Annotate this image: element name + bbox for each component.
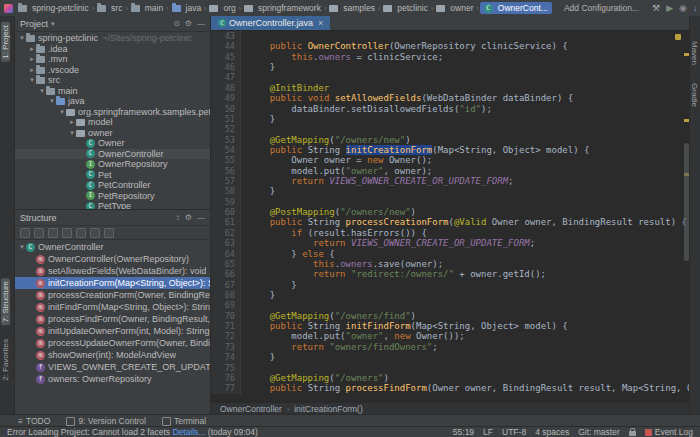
project-tree-row[interactable]: .vscode	[15, 65, 210, 76]
project-tree-row[interactable]: .mvn	[15, 54, 210, 65]
code-line[interactable]: 44 public OwnerController(OwnerRepositor…	[211, 41, 690, 51]
hide-panel-icon[interactable]	[197, 213, 205, 222]
structure-filter-icon[interactable]	[76, 228, 86, 238]
editor-tab-ownercontroller[interactable]: OwnerController.java	[211, 16, 330, 30]
code-line[interactable]: 69	[211, 300, 690, 310]
git-branch[interactable]: Git: master	[578, 427, 620, 437]
structure-filter-icon[interactable]	[20, 228, 30, 238]
breadcrumb-item[interactable]: org	[207, 2, 237, 14]
line-number[interactable]: 49	[211, 93, 241, 103]
gear-icon[interactable]	[185, 19, 192, 28]
structure-filter-icon[interactable]	[62, 228, 72, 238]
code-line[interactable]: 68 }	[211, 290, 690, 300]
structure-tree-row[interactable]: VIEWS_OWNER_CREATE_OR_UPDATE_FORM: Strin…	[15, 361, 210, 373]
line-separator[interactable]: LF	[483, 427, 493, 437]
line-number[interactable]: 68	[211, 290, 241, 300]
chevron-down-icon[interactable]	[51, 19, 55, 28]
code-line[interactable]: 55 Owner owner = new Owner();	[211, 155, 690, 165]
project-tree-row[interactable]: org.springframework.samples.petclinic	[15, 107, 210, 118]
tool-window-button-todo[interactable]: TODO	[18, 416, 50, 426]
collapse-arrow-icon[interactable]	[38, 87, 46, 95]
code-line[interactable]: 63 return VIEWS_OWNER_CREATE_OR_UPDATE_F…	[211, 238, 690, 248]
breadcrumb-item[interactable]: spring-petclinic	[16, 2, 91, 14]
project-tree-row[interactable]: OwnerRepository	[15, 159, 210, 170]
tool-stripe-button-maven[interactable]: Maven	[690, 38, 699, 68]
tool-stripe-button-1-project[interactable]: 1: Project	[1, 22, 10, 62]
expand-arrow-icon[interactable]	[28, 66, 36, 74]
breadcrumb-class[interactable]: OwnerController	[220, 404, 282, 414]
line-number[interactable]: 47	[211, 72, 241, 82]
expand-arrow-icon[interactable]	[28, 55, 36, 63]
code-line[interactable]: 74 }	[211, 352, 690, 362]
collapse-arrow-icon[interactable]	[18, 243, 26, 251]
project-tree-row[interactable]: PetController	[15, 180, 210, 191]
line-number[interactable]: 45	[211, 52, 241, 62]
gear-icon[interactable]	[185, 213, 192, 222]
readonly-lock-icon[interactable]	[629, 431, 636, 436]
project-tree-row[interactable]: model	[15, 117, 210, 128]
project-tree-row[interactable]: .idea	[15, 44, 210, 55]
collapse-arrow-icon[interactable]	[28, 76, 36, 84]
line-number[interactable]: 77	[211, 383, 241, 393]
breadcrumb-item[interactable]: java	[170, 2, 204, 14]
close-tab-icon[interactable]	[318, 18, 323, 28]
code-line[interactable]: 61 public String processCreationForm(@Va…	[211, 217, 690, 227]
structure-filter-icon[interactable]	[90, 228, 100, 238]
structure-tree-row[interactable]: OwnerController(OwnerRepository)	[15, 253, 210, 265]
code-line[interactable]: 54 public String initCreationForm(Map<St…	[211, 145, 690, 155]
caret-position[interactable]: 55:19	[453, 427, 474, 437]
collapse-arrow-icon[interactable]	[48, 97, 56, 105]
code-line[interactable]: 65 this.owners.save(owner);	[211, 259, 690, 269]
code-line[interactable]: 49 public void setAllowedFields(WebDataB…	[211, 93, 690, 103]
breadcrumb-item[interactable]: owner	[434, 2, 475, 14]
tool-window-button-terminal[interactable]: Terminal	[162, 416, 206, 426]
tool-stripe-button-7-structure[interactable]: 7: Structure	[1, 278, 10, 325]
vcs-update-icon[interactable]: ↓	[693, 3, 698, 13]
code-line[interactable]: 60 @PostMapping("/owners/new")	[211, 207, 690, 217]
line-number[interactable]: 44	[211, 41, 241, 51]
hide-panel-icon[interactable]	[197, 19, 205, 28]
event-log-widget[interactable]: Event Log	[645, 427, 693, 437]
sort-icon[interactable]	[176, 213, 180, 222]
project-tree-row[interactable]: Pet	[15, 170, 210, 181]
project-tree-row[interactable]: OwnerController	[15, 149, 210, 160]
debug-bug-icon[interactable]: ◉	[679, 3, 687, 13]
code-line[interactable]: 50 dataBinder.setDisallowedFields("id");	[211, 104, 690, 114]
code-line[interactable]: 76 @GetMapping("/owners")	[211, 373, 690, 383]
tool-window-button-9-version-control[interactable]: 9: Version Control	[66, 416, 146, 426]
locate-file-icon[interactable]	[173, 19, 180, 28]
code-line[interactable]: 52	[211, 124, 690, 134]
line-number[interactable]: 62	[211, 228, 241, 238]
line-number[interactable]: 55	[211, 155, 241, 165]
breadcrumb-item[interactable]: main	[129, 2, 165, 14]
build-hammer-icon[interactable]: ⚒	[652, 3, 660, 13]
details-link[interactable]: Details...	[172, 427, 205, 437]
line-number[interactable]: 64	[211, 249, 241, 259]
code-line[interactable]: 64 } else {	[211, 249, 690, 259]
code-line[interactable]: 43	[211, 31, 690, 41]
collapse-arrow-icon[interactable]	[58, 108, 66, 116]
line-number[interactable]: 51	[211, 114, 241, 124]
breadcrumb-method[interactable]: initCreationForm()	[294, 404, 363, 414]
line-number[interactable]: 52	[211, 124, 241, 134]
line-number[interactable]: 70	[211, 311, 241, 321]
code-line[interactable]: 72 model.put("owner", new Owner());	[211, 331, 690, 341]
code-line[interactable]: 75	[211, 363, 690, 373]
structure-tree-row[interactable]: processFindForm(Owner, BindingResult, Ma…	[15, 313, 210, 325]
line-number[interactable]: 60	[211, 207, 241, 217]
line-number[interactable]: 73	[211, 342, 241, 352]
line-number[interactable]: 58	[211, 186, 241, 196]
line-number[interactable]: 63	[211, 238, 241, 248]
structure-tree-row[interactable]: processCreationForm(Owner, BindingResult…	[15, 289, 210, 301]
structure-tree-row[interactable]: initUpdateOwnerForm(int, Model): String	[15, 325, 210, 337]
code-line[interactable]: 77 public String processFindForm(Owner o…	[211, 383, 690, 393]
code-editor[interactable]: 4344 public OwnerController(OwnerReposit…	[211, 31, 690, 402]
line-number[interactable]: 67	[211, 280, 241, 290]
breadcrumb-item[interactable]: src	[95, 2, 124, 14]
breadcrumb-item[interactable]: OwnerCont...	[480, 2, 552, 14]
project-tree-row[interactable]: spring-petclinic~/Sites/spring-petclinic	[15, 33, 210, 44]
breadcrumb-item[interactable]: samples	[327, 2, 377, 14]
line-number[interactable]: 65	[211, 259, 241, 269]
line-number[interactable]: 43	[211, 31, 241, 41]
code-line[interactable]: 47	[211, 72, 690, 82]
